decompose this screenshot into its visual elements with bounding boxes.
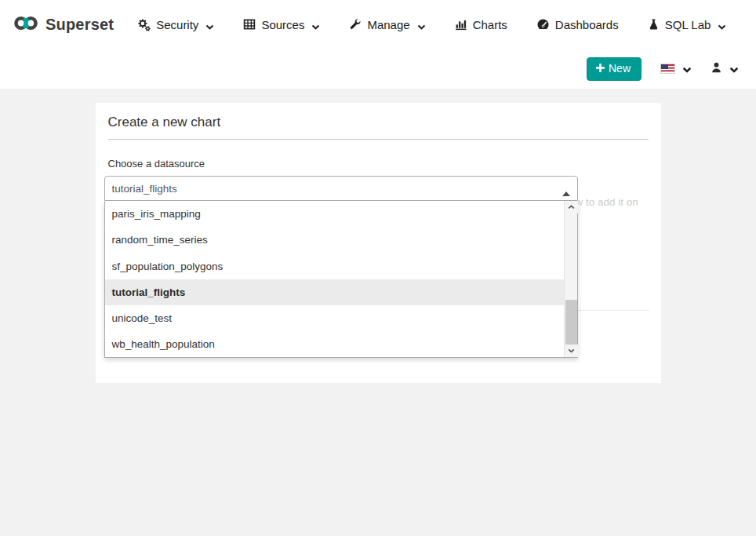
nav-item-charts[interactable]: Charts	[455, 18, 507, 31]
nav-item-security[interactable]: Security	[137, 16, 214, 32]
nav-item-label: Security	[156, 18, 198, 31]
nav-menu: Security Sources	[137, 16, 726, 32]
dropdown-option[interactable]: random_time_series	[105, 227, 564, 253]
dropdown-option[interactable]: paris_iris_mapping	[105, 201, 564, 227]
bar-chart-icon	[455, 18, 467, 31]
navbar: Superset Security	[0, 0, 756, 89]
nav-item-label: Sources	[261, 18, 304, 31]
language-menu-toggle[interactable]	[660, 62, 692, 76]
datasource-select-widget: tutorial_flights paris_iris_mapping rand…	[104, 176, 578, 201]
table-icon	[243, 18, 256, 31]
datasource-dropdown-menu: paris_iris_mapping random_time_series sf…	[104, 201, 578, 358]
nav-item-label: SQL Lab	[665, 18, 711, 31]
scrollbar-thumb[interactable]	[565, 300, 577, 345]
dropdown-option-selected[interactable]: tutorial_flights	[105, 279, 564, 305]
caret-up-icon	[562, 187, 570, 199]
dropdown-option[interactable]: unicode_test	[105, 305, 564, 331]
nav-item-sources[interactable]: Sources	[243, 16, 320, 32]
nav-item-label: Manage	[367, 18, 409, 31]
superset-logo[interactable]: Superset	[13, 13, 114, 36]
navbar-main-row: Superset Security	[0, 0, 756, 49]
chevron-down-icon	[729, 62, 739, 76]
brand-name: Superset	[45, 16, 114, 34]
nav-item-manage[interactable]: Manage	[349, 16, 425, 32]
chevron-down-icon	[311, 19, 320, 32]
nav-item-label: Dashboards	[555, 18, 619, 31]
datasource-select-value: tutorial_flights	[112, 183, 177, 195]
flask-icon	[648, 18, 660, 31]
dropdown-option[interactable]: sf_population_polygons	[105, 253, 564, 279]
cogs-icon	[137, 18, 151, 31]
datasource-select[interactable]: tutorial_flights	[104, 176, 578, 201]
us-flag-icon	[660, 64, 675, 74]
new-button-label: New	[609, 62, 631, 75]
new-button[interactable]: New	[587, 57, 642, 81]
plus-icon	[596, 62, 605, 75]
wrench-icon	[349, 18, 362, 31]
dropdown-option[interactable]: wb_health_population	[105, 331, 564, 357]
dropdown-scrollbar[interactable]	[564, 201, 577, 357]
chevron-down-icon	[682, 62, 692, 76]
navbar-secondary-row: New	[0, 49, 756, 89]
nav-item-dashboards[interactable]: Dashboards	[536, 18, 619, 31]
divider	[578, 310, 649, 311]
nav-item-sql-lab[interactable]: SQL Lab	[648, 16, 727, 32]
user-menu-toggle[interactable]	[711, 61, 739, 77]
scroll-down-icon[interactable]	[565, 345, 578, 357]
nav-item-label: Charts	[473, 18, 507, 31]
chevron-down-icon	[205, 19, 214, 32]
chevron-down-icon	[417, 19, 426, 32]
chevron-down-icon	[718, 19, 726, 32]
infinity-logo-icon	[13, 13, 39, 36]
user-icon	[711, 61, 722, 77]
dashboard-icon	[536, 18, 550, 31]
scroll-up-icon[interactable]	[565, 201, 578, 213]
page-title: Create a new chart	[108, 115, 649, 140]
create-chart-panel: Create a new chart Choose a datasource t…	[96, 103, 661, 383]
obscured-help-text: w to add it on	[576, 196, 638, 208]
datasource-label: Choose a datasource	[108, 158, 649, 170]
